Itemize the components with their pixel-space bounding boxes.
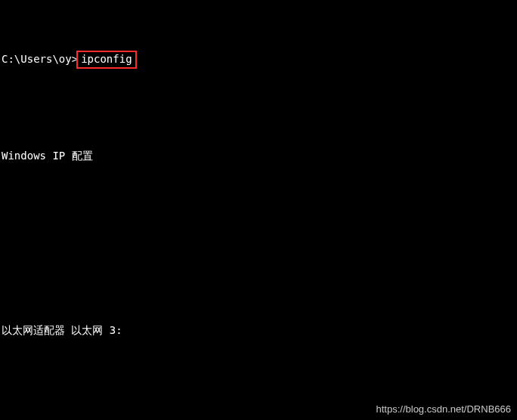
watermark: https://blog.csdn.net/DRNB666 [376, 401, 512, 417]
prompt-line: C:\Users\oy>ipconfig [2, 51, 515, 69]
command-highlight: ipconfig [76, 51, 136, 69]
prompt-path: C:\Users\oy> [2, 53, 78, 65]
adapter-title: 以太网适配器 以太网 3: [2, 323, 515, 338]
terminal-output: C:\Users\oy>ipconfig Windows IP 配置 以太网适配… [0, 0, 517, 420]
section-header: Windows IP 配置 [2, 148, 515, 164]
command-text: ipconfig [81, 53, 132, 65]
